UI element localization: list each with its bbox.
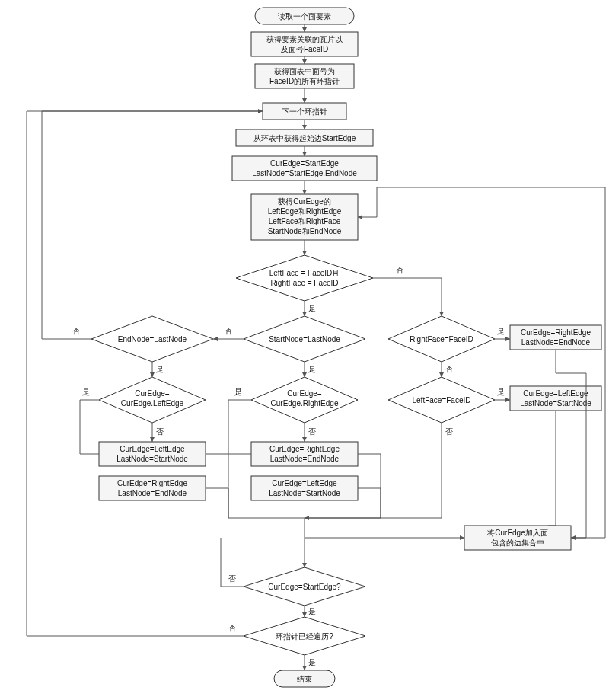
svg-text:是: 是 [497, 388, 505, 396]
svg-text:LastNode=StartNode: LastNode=StartNode [269, 489, 340, 497]
svg-text:CurEdge=LeftEdge: CurEdge=LeftEdge [120, 445, 185, 453]
svg-text:LastNode=EndNode: LastNode=EndNode [270, 455, 340, 463]
svg-text:包含的边集合中: 包含的边集合中 [491, 539, 544, 547]
svg-text:是: 是 [308, 607, 316, 615]
svg-text:是: 是 [308, 304, 316, 312]
svg-text:LeftEdge和RightEdge: LeftEdge和RightEdge [268, 207, 342, 216]
svg-text:否: 否 [225, 327, 232, 335]
decision-both-face [236, 255, 373, 301]
svg-text:LastNode=StartEdge.EndNode: LastNode=StartEdge.EndNode [252, 169, 357, 177]
svg-text:CurEdge=StartEdge?: CurEdge=StartEdge? [268, 583, 341, 591]
svg-text:获得要素关联的瓦片以: 获得要素关联的瓦片以 [266, 35, 343, 43]
svg-text:StartNode=LastNode: StartNode=LastNode [269, 335, 340, 344]
svg-text:是: 是 [308, 658, 316, 666]
svg-text:否: 否 [445, 365, 453, 373]
svg-text:LastNode=EndNode: LastNode=EndNode [118, 489, 187, 497]
svg-text:否: 否 [228, 574, 236, 583]
svg-text:CurEdge=: CurEdge= [287, 389, 321, 398]
svg-text:环指针已经遍历?: 环指针已经遍历? [276, 632, 333, 641]
svg-text:LeftFace和RightFace: LeftFace和RightFace [269, 217, 341, 225]
flowchart: 读取一个面要素 获得要素关联的瓦片以 及面号FaceID 获得面表中面号为 Fa… [0, 0, 609, 700]
svg-text:否: 否 [228, 624, 236, 632]
svg-text:LastNode=EndNode: LastNode=EndNode [521, 338, 591, 347]
svg-text:下一个环指针: 下一个环指针 [282, 107, 327, 116]
end-text: 结束 [297, 675, 312, 683]
svg-text:从环表中获得起始边StartEdge: 从环表中获得起始边StartEdge [253, 134, 356, 142]
svg-text:RightFace=FaceID: RightFace=FaceID [410, 335, 473, 344]
svg-text:及面号FaceID: 及面号FaceID [281, 45, 328, 53]
svg-text:CurEdge=RightEdge: CurEdge=RightEdge [269, 445, 340, 453]
svg-text:CurEdge.RightEdge: CurEdge.RightEdge [271, 399, 339, 408]
svg-text:StartNode和EndNode: StartNode和EndNode [268, 227, 342, 235]
svg-text:获得面表中面号为: 获得面表中面号为 [274, 67, 335, 75]
svg-text:否: 否 [72, 327, 80, 335]
svg-text:CurEdge.LeftEdge: CurEdge.LeftEdge [121, 399, 184, 408]
svg-text:否: 否 [396, 266, 403, 274]
svg-text:RightFace = FaceID: RightFace = FaceID [270, 279, 338, 287]
svg-text:是: 是 [156, 365, 164, 373]
svg-text:将CurEdge加入面: 将CurEdge加入面 [486, 529, 547, 537]
svg-text:EndNode=LastNode: EndNode=LastNode [118, 335, 187, 344]
svg-text:是: 是 [308, 365, 316, 373]
svg-text:是: 是 [234, 388, 242, 396]
svg-text:CurEdge=RightEdge: CurEdge=RightEdge [521, 328, 591, 337]
svg-text:CurEdge=RightEdge: CurEdge=RightEdge [117, 479, 187, 487]
svg-text:LastNode=StartNode: LastNode=StartNode [116, 455, 188, 463]
svg-text:CurEdge=LeftEdge: CurEdge=LeftEdge [523, 389, 588, 398]
svg-text:否: 否 [156, 427, 164, 436]
svg-text:是: 是 [497, 327, 505, 335]
start-text: 读取一个面要素 [278, 12, 331, 21]
svg-text:LeftFace=FaceID: LeftFace=FaceID [413, 396, 471, 404]
svg-text:CurEdge=LeftEdge: CurEdge=LeftEdge [272, 479, 337, 487]
svg-text:LeftFace = FaceID且: LeftFace = FaceID且 [269, 269, 340, 277]
svg-text:否: 否 [445, 427, 453, 436]
svg-text:获得CurEdge的: 获得CurEdge的 [278, 197, 330, 206]
svg-text:CurEdge=StartEdge: CurEdge=StartEdge [270, 159, 339, 168]
svg-text:FaceID的所有环指针: FaceID的所有环指针 [269, 77, 340, 85]
svg-text:否: 否 [308, 427, 316, 436]
svg-text:LastNode=StartNode: LastNode=StartNode [520, 399, 591, 408]
svg-text:是: 是 [82, 388, 90, 396]
svg-text:CurEdge=: CurEdge= [135, 389, 169, 398]
